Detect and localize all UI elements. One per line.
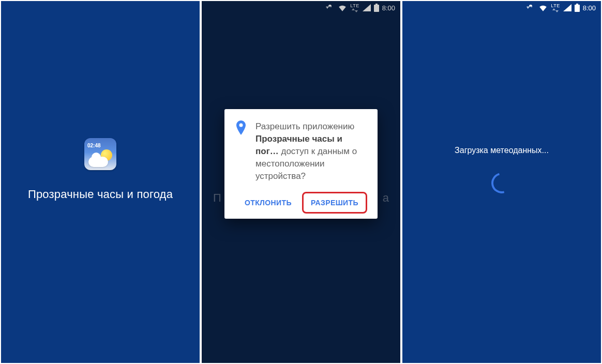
dialog-actions: ОТКЛОНИТЬ РАЗРЕШИТЬ: [235, 192, 367, 214]
splash-content: 02:48 Прозрачные часы и погода: [1, 1, 200, 351]
loading-text: Загрузка метеоданных...: [455, 146, 549, 155]
dialog-prefix: Разрешить приложению: [255, 122, 354, 131]
screen-permission: LTE 8:00 П а Разрешить приложению Прозра…: [202, 1, 400, 363]
screens-row: 02:48 Прозрачные часы и погода LTE 8:00 …: [0, 0, 602, 364]
widget-time-icon: 02:48: [87, 141, 113, 149]
permission-dialog: Разрешить приложению Прозрачные часы и п…: [224, 109, 378, 219]
app-icon: 02:48: [84, 138, 116, 170]
screen-loading: LTE 8:00 Загрузка метеоданных...: [402, 1, 601, 363]
tutorial-highlight: РАЗРЕШИТЬ: [302, 192, 367, 214]
screen-splash: 02:48 Прозрачные часы и погода: [1, 1, 200, 363]
cloud-icon: [88, 157, 108, 167]
allow-button[interactable]: РАЗРЕШИТЬ: [305, 194, 365, 211]
app-title: Прозрачные часы и погода: [28, 188, 173, 201]
widget-time: 02:48: [87, 143, 101, 148]
location-pin-icon: [235, 120, 247, 183]
spinner-icon: [488, 169, 516, 198]
deny-button[interactable]: ОТКЛОНИТЬ: [238, 192, 298, 214]
dialog-message: Разрешить приложению Прозрачные часы и п…: [255, 120, 367, 183]
loading-content: Загрузка метеоданных...: [402, 1, 601, 351]
